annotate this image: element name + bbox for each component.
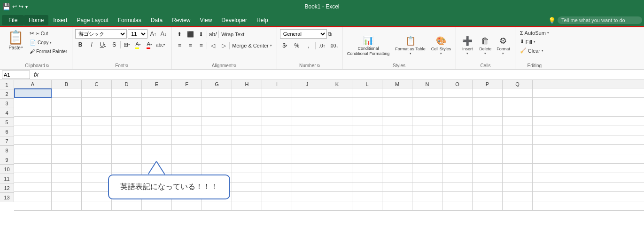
borders-button[interactable]: ⊞▾ (122, 40, 132, 50)
cell-A11[interactable] (14, 182, 52, 192)
cell-K5[interactable] (322, 126, 352, 135)
cell-D6[interactable] (112, 135, 142, 145)
italic-button[interactable]: I (86, 40, 97, 50)
decrease-decimal-button[interactable]: .00↓ (329, 40, 339, 51)
row-header-9[interactable]: 9 (0, 155, 14, 165)
autosum-button[interactable]: Σ AutoSum ▾ (518, 29, 551, 37)
cell-A4[interactable] (14, 117, 52, 126)
cell-Q10[interactable] (503, 173, 533, 182)
increase-font-button[interactable]: A↑ (148, 29, 158, 39)
cell-I11[interactable] (262, 182, 292, 192)
align-left-button[interactable]: ≡ (174, 40, 185, 51)
bold-button[interactable]: B (75, 40, 85, 50)
cell-I8[interactable] (262, 154, 292, 164)
cell-L7[interactable] (352, 145, 382, 154)
cell-Q5[interactable] (503, 126, 533, 135)
menu-item-home[interactable]: Home (24, 15, 48, 25)
row-header-7[interactable]: 7 (0, 136, 14, 146)
comma-button[interactable]: , (303, 40, 314, 51)
cell-H11[interactable] (232, 182, 262, 192)
cell-O5[interactable] (442, 126, 473, 135)
cell-Q12[interactable] (503, 192, 533, 201)
cell-I7[interactable] (262, 145, 292, 154)
cell-Q13[interactable] (503, 201, 533, 211)
cell-A1[interactable] (14, 88, 52, 98)
cell-J2[interactable] (292, 98, 322, 107)
cell-M4[interactable] (382, 117, 412, 126)
cell-A9[interactable] (14, 164, 52, 173)
cell-E7[interactable] (142, 145, 172, 154)
cell-M11[interactable] (382, 182, 412, 192)
cell-P12[interactable] (473, 192, 503, 201)
cell-C4[interactable] (82, 117, 112, 126)
cell-E3[interactable] (142, 107, 172, 117)
search-input[interactable] (558, 16, 642, 24)
cell-N9[interactable] (412, 164, 442, 173)
cell-A13[interactable] (14, 201, 52, 211)
cell-G4[interactable] (202, 117, 232, 126)
cell-J4[interactable] (292, 117, 322, 126)
cell-J1[interactable] (292, 88, 322, 98)
cell-B8[interactable] (52, 154, 82, 164)
cell-F3[interactable] (172, 107, 202, 117)
cell-L5[interactable] (352, 126, 382, 135)
cell-K10[interactable] (322, 173, 352, 182)
insert-button[interactable]: ➕ Insert ▾ (459, 35, 476, 56)
percent-button[interactable]: % (292, 40, 302, 51)
increase-decimal-button[interactable]: .0↑ (317, 40, 327, 51)
cell-A6[interactable] (14, 135, 52, 145)
cell-M10[interactable] (382, 173, 412, 182)
cell-A8[interactable] (14, 154, 52, 164)
cell-L3[interactable] (352, 107, 382, 117)
cell-L13[interactable] (352, 201, 382, 211)
row-header-10[interactable]: 10 (0, 165, 14, 174)
cell-I13[interactable] (262, 201, 292, 211)
currency-button[interactable]: $▾ (280, 40, 290, 51)
cell-L4[interactable] (352, 117, 382, 126)
cell-F5[interactable] (172, 126, 202, 135)
cell-G6[interactable] (202, 135, 232, 145)
cell-E5[interactable] (142, 126, 172, 135)
cell-C10[interactable] (82, 173, 112, 182)
cell-O2[interactable] (442, 98, 473, 107)
strikethrough-button[interactable]: S (109, 40, 119, 50)
cell-M6[interactable] (382, 135, 412, 145)
cell-M12[interactable] (382, 192, 412, 201)
cell-H7[interactable] (232, 145, 262, 154)
col-header-A[interactable]: A (14, 80, 52, 88)
col-header-M[interactable]: M (382, 80, 412, 88)
cell-B3[interactable] (52, 107, 82, 117)
cell-H1[interactable] (232, 88, 262, 98)
cell-A5[interactable] (14, 126, 52, 135)
cell-D7[interactable] (112, 145, 142, 154)
cell-O12[interactable] (442, 192, 473, 201)
align-middle-button[interactable]: ⬛ (185, 29, 195, 40)
cell-G3[interactable] (202, 107, 232, 117)
cell-I2[interactable] (262, 98, 292, 107)
number-expand-icon[interactable]: ⧉ (317, 63, 320, 68)
cell-B12[interactable] (52, 192, 82, 201)
cell-L1[interactable] (352, 88, 382, 98)
clipboard-expand-icon[interactable]: ⧉ (46, 63, 49, 68)
cell-B6[interactable] (52, 135, 82, 145)
cell-B5[interactable] (52, 126, 82, 135)
cell-M7[interactable] (382, 145, 412, 154)
font-expand-icon[interactable]: ⧉ (125, 63, 128, 68)
cell-A10[interactable] (14, 173, 52, 182)
cell-L10[interactable] (352, 173, 382, 182)
align-center-button[interactable]: ≡ (185, 40, 195, 51)
cell-J9[interactable] (292, 164, 322, 173)
cell-D13[interactable] (112, 201, 142, 211)
cell-D5[interactable] (112, 126, 142, 135)
cell-C2[interactable] (82, 98, 112, 107)
row-header-5[interactable]: 5 (0, 118, 14, 127)
row-header-4[interactable]: 4 (0, 108, 14, 118)
cell-P13[interactable] (473, 201, 503, 211)
cell-B2[interactable] (52, 98, 82, 107)
col-header-G[interactable]: G (202, 80, 232, 88)
col-header-O[interactable]: O (442, 80, 473, 88)
redo-icon[interactable]: ↪ (19, 3, 23, 10)
cell-H5[interactable] (232, 126, 262, 135)
orientation-button[interactable]: ab/ (208, 29, 218, 40)
cell-H2[interactable] (232, 98, 262, 107)
